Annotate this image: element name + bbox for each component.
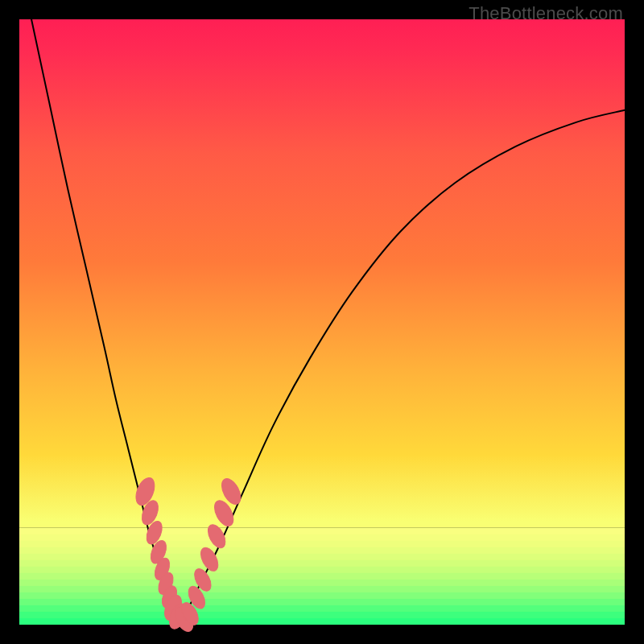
curve-right-branch xyxy=(177,110,625,619)
data-marker xyxy=(204,522,229,551)
watermark-text: TheBottleneck.com xyxy=(469,3,623,24)
data-markers xyxy=(132,475,244,634)
chart-svg xyxy=(19,19,625,625)
